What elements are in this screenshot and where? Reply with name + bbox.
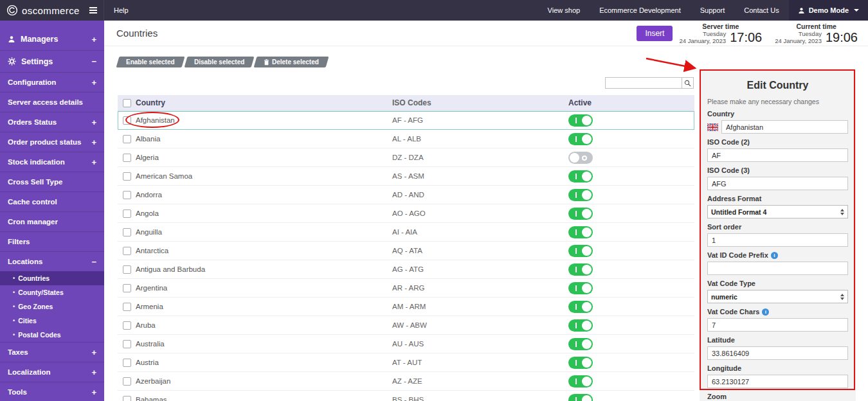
row-checkbox[interactable] [123, 228, 131, 236]
sidebar-item-countries[interactable]: Countries [0, 271, 104, 285]
table-row-antigua-and-barbuda[interactable]: Antigua and BarbudaAG - ATG [118, 260, 694, 279]
sidebar-item-orders-status[interactable]: Orders Status+ [0, 112, 104, 132]
table-row-australia[interactable]: AustraliaAU - AUS [118, 335, 694, 353]
active-toggle[interactable] [568, 114, 593, 127]
row-checkbox[interactable] [123, 377, 131, 386]
topbar-link-view-shop[interactable]: View shop [538, 0, 590, 21]
table-row-american-samoa[interactable]: American SamoaAS - ASM [118, 167, 694, 186]
field-input-iso-code-3[interactable] [707, 177, 848, 190]
country-cell: Bahamas [136, 396, 392, 401]
topbar-link-support[interactable]: Support [691, 0, 735, 21]
row-checkbox[interactable] [123, 247, 131, 255]
active-toggle[interactable] [568, 133, 593, 145]
sidebar-item-geo-zones[interactable]: Geo Zones [0, 299, 104, 314]
sidebar-item-postal-codes[interactable]: Postal Codes [0, 328, 104, 342]
sidebar-item-locations[interactable]: Locations− [0, 251, 104, 271]
user-menu[interactable]: Demo Mode [789, 0, 868, 21]
sidebar-item-tools[interactable]: Tools+ [0, 382, 104, 401]
active-toggle[interactable] [568, 245, 593, 257]
row-checkbox[interactable] [123, 116, 131, 125]
row-checkbox[interactable] [123, 172, 131, 181]
table-row-austria[interactable]: AustriaAT - AUT [118, 353, 694, 372]
row-checkbox[interactable] [123, 209, 131, 218]
sidebar-item-managers[interactable]: Managers+ [0, 28, 104, 50]
sidebar-item-order-product-status[interactable]: Order product status+ [0, 132, 104, 152]
sidebar-item-stock-indication[interactable]: Stock indication+ [0, 152, 104, 172]
enable-selected-button[interactable]: Enable selected [116, 57, 185, 67]
sidebar-item-cross-sell-type[interactable]: Cross Sell Type [0, 172, 104, 192]
sidebar-item-cache-control[interactable]: Cache control [0, 192, 104, 211]
active-toggle[interactable] [568, 282, 593, 294]
hamburger-icon[interactable] [89, 7, 97, 13]
table-row-aruba[interactable]: ArubaAW - ABW [118, 316, 694, 335]
sidebar-item-server-access-details[interactable]: Server access details [0, 92, 104, 112]
row-checkbox[interactable] [123, 321, 131, 330]
sidebar-item-settings[interactable]: Settings− [0, 50, 104, 72]
field-select-address-format[interactable]: Untitled Format 4 [707, 205, 848, 218]
info-icon[interactable]: i [771, 252, 778, 259]
sidebar-item-cron-manager[interactable]: Cron manager [0, 211, 104, 231]
country-cell: Australia [136, 340, 392, 348]
row-checkbox[interactable] [123, 265, 131, 274]
row-checkbox[interactable] [123, 396, 131, 401]
table-row-azerbaijan[interactable]: AzerbaijanAZ - AZE [118, 372, 694, 391]
table-row-angola[interactable]: AngolaAO - AGO [118, 204, 694, 223]
disable-selected-button[interactable]: Disable selected [184, 57, 254, 67]
current-time: Current time Tuesday 24 January, 2023 19… [768, 22, 864, 45]
table-row-algeria[interactable]: AlgeriaDZ - DZA [118, 148, 694, 167]
table-row-afghanistan[interactable]: AfghanistanAF - AFG [118, 111, 694, 130]
insert-button[interactable]: Insert [637, 26, 673, 41]
field-input-vat-code-chars[interactable] [707, 318, 848, 332]
table-row-andorra[interactable]: AndorraAD - AND [118, 186, 694, 204]
sidebar-item-filters[interactable]: Filters [0, 231, 104, 251]
field-input-sort-order[interactable] [707, 233, 848, 247]
topbar-link-contact-us[interactable]: Contact Us [734, 0, 788, 21]
search-input[interactable] [605, 77, 682, 89]
row-checkbox[interactable] [123, 135, 131, 143]
active-toggle[interactable] [568, 319, 593, 332]
row-checkbox[interactable] [123, 303, 131, 311]
row-checkbox[interactable] [123, 154, 131, 162]
field-input-vat-id-code-prefix[interactable] [707, 262, 848, 275]
field-select-vat-code-type[interactable]: numeric [707, 290, 848, 303]
active-toggle[interactable] [568, 375, 593, 388]
active-toggle[interactable] [568, 394, 593, 401]
sidebar-item-localization[interactable]: Localization+ [0, 362, 104, 382]
field-input-longitude[interactable] [707, 375, 848, 388]
sidebar-item-taxes[interactable]: Taxes+ [0, 342, 104, 362]
active-toggle[interactable] [568, 301, 593, 313]
country-cell: Austria [136, 359, 392, 366]
active-toggle[interactable] [568, 338, 593, 350]
table-row-bahamas[interactable]: BahamasBS - BHS [118, 391, 694, 401]
row-checkbox[interactable] [123, 359, 131, 367]
topbar-link-ecommerce-development[interactable]: Ecommerce Development [590, 0, 691, 21]
active-toggle[interactable] [568, 263, 593, 276]
active-toggle[interactable] [568, 152, 593, 164]
sidebar-item-configuration[interactable]: Configuration+ [0, 72, 104, 92]
select-all-checkbox[interactable] [123, 99, 131, 107]
active-toggle[interactable] [568, 226, 593, 238]
table-row-anguilla[interactable]: AnguillaAI - AIA [118, 223, 694, 242]
row-checkbox[interactable] [123, 284, 131, 292]
table-row-antarctica[interactable]: AntarcticaAQ - ATA [118, 242, 694, 260]
search-button[interactable] [682, 77, 694, 89]
field-input-latitude[interactable] [707, 346, 848, 360]
row-checkbox[interactable] [123, 191, 131, 199]
sidebar-item-cities[interactable]: Cities [0, 314, 104, 328]
topbar-help[interactable]: Help [104, 0, 138, 21]
active-toggle[interactable] [568, 208, 593, 220]
active-toggle[interactable] [568, 170, 593, 183]
field-input-country[interactable] [721, 120, 848, 134]
table-row-armenia[interactable]: ArmeniaAM - ARM [118, 298, 694, 316]
field-input-iso-code-2[interactable] [707, 148, 848, 162]
table-row-argentina[interactable]: ArgentinaAR - ARG [118, 279, 694, 298]
active-toggle[interactable] [568, 189, 593, 201]
delete-selected-button[interactable]: Delete selected [254, 57, 329, 67]
row-checkbox[interactable] [123, 340, 131, 348]
active-toggle[interactable] [568, 357, 593, 369]
expander-icon: − [91, 257, 96, 267]
country-cell: Afghanistan [136, 116, 392, 124]
sidebar-item-county-states[interactable]: County/States [0, 285, 104, 299]
info-icon[interactable]: i [762, 308, 769, 316]
table-row-albania[interactable]: AlbaniaAL - ALB [118, 130, 694, 148]
